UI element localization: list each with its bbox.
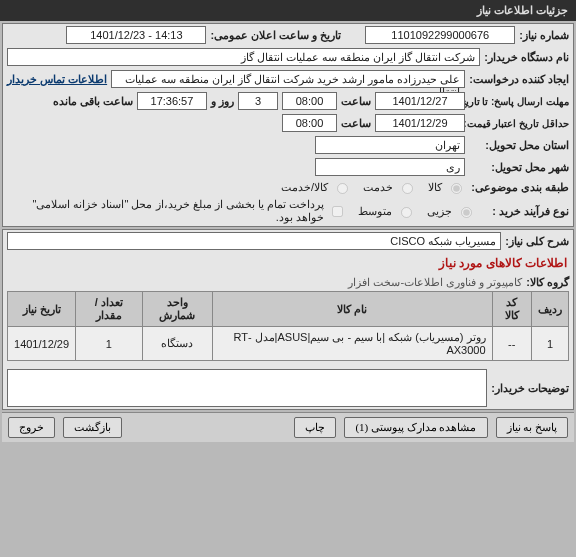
need-no-label: شماره نیاز: [519, 29, 569, 42]
td-code: -- [492, 327, 531, 361]
td-name: روتر (مسیریاب) شبکه |با سیم - بی سیم|ASU… [213, 327, 492, 361]
buyer-note-box [7, 369, 487, 407]
price-time: 08:00 [282, 114, 337, 132]
province-label: استان محل تحویل: [469, 139, 569, 152]
org-value: شرکت انتقال گاز ایران منطقه سه عملیات ان… [7, 48, 480, 66]
back-button[interactable]: بازگشت [63, 417, 122, 438]
group-value: کامپیوتر و فناوری اطلاعات-سخت افزار [348, 276, 522, 289]
creator-label: ایجاد کننده درخواست: [469, 73, 569, 86]
radio-goods-label: کالا [428, 181, 442, 194]
days-value: 3 [238, 92, 278, 110]
price-valid-label: حداقل تاریخ اعتبار قیمت: تا تاریخ: [469, 118, 569, 129]
need-no-value: 1101092299000676 [365, 26, 515, 44]
remaining-time: 17:36:57 [137, 92, 207, 110]
checkbox-treasury[interactable] [332, 206, 343, 217]
radio-mid[interactable] [401, 207, 412, 218]
time-label-2: ساعت [341, 117, 371, 130]
th-date: تاریخ نیاز [8, 292, 76, 327]
checkbox-note: پرداخت تمام یا بخشی از مبلغ خرید،از محل … [15, 198, 324, 224]
radio-goods[interactable] [451, 183, 462, 194]
creator-value: علی حیدرزاده مامور ارشد خرید شرکت انتقال… [111, 70, 465, 88]
city-value: ری [315, 158, 465, 176]
attachments-button[interactable]: مشاهده مدارک پیوستی (1) [344, 417, 487, 438]
window-title: جزئیات اطلاعات نیاز [477, 4, 568, 16]
reply-button[interactable]: پاسخ به نیاز [496, 417, 569, 438]
province-value: تهران [315, 136, 465, 154]
desc-value: مسیریاب شبکه CISCO [7, 232, 501, 250]
radio-both[interactable] [337, 183, 348, 194]
th-code: کد کالا [492, 292, 531, 327]
buyer-note-label: توضیحات خریدار: [491, 382, 569, 395]
print-button[interactable]: چاپ [294, 417, 336, 438]
td-qty: 1 [76, 327, 143, 361]
bottom-bar: پاسخ به نیاز مشاهده مدارک پیوستی (1) چاپ… [2, 412, 574, 442]
reply-date: 1401/12/27 [375, 92, 465, 110]
radio-low[interactable] [461, 207, 472, 218]
contact-link[interactable]: اطلاعات تماس خریدار [7, 73, 107, 86]
table-header-row: ردیف کد کالا نام کالا واحد شمارش تعداد /… [8, 292, 569, 327]
td-idx: 1 [532, 327, 569, 361]
radio-mid-label: متوسط [358, 205, 392, 218]
remaining-label: ساعت باقی مانده [53, 95, 133, 108]
price-date: 1401/12/29 [375, 114, 465, 132]
radio-both-label: کالا/خدمت [281, 181, 328, 194]
radio-low-label: جزیی [427, 205, 452, 218]
reply-time: 08:00 [282, 92, 337, 110]
desc-label: شرح کلی نیاز: [505, 235, 569, 248]
td-date: 1401/12/29 [8, 327, 76, 361]
table-row[interactable]: 1 -- روتر (مسیریاب) شبکه |با سیم - بی سی… [8, 327, 569, 361]
radio-service-label: خدمت [363, 181, 393, 194]
day-label: روز و [211, 95, 234, 108]
th-unit: واحد شمارش [142, 292, 212, 327]
announce-value: 1401/12/23 - 14:13 [66, 26, 206, 44]
group-label: گروه کالا: [526, 276, 569, 289]
th-idx: ردیف [532, 292, 569, 327]
buy-type-label: نوع فرآیند خرید : [479, 205, 569, 218]
city-label: شهر محل تحویل: [469, 161, 569, 174]
th-name: نام کالا [213, 292, 492, 327]
announce-label: تاریخ و ساعت اعلان عمومی: [210, 29, 341, 42]
exit-button[interactable]: خروج [8, 417, 55, 438]
info-panel: شماره نیاز: 1101092299000676 تاریخ و ساع… [2, 23, 574, 227]
time-label-1: ساعت [341, 95, 371, 108]
description-panel: شرح کلی نیاز: مسیریاب شبکه CISCO اطلاعات… [2, 229, 574, 410]
items-section-title: اطلاعات کالاهای مورد نیاز [3, 252, 573, 274]
window-titlebar: جزئیات اطلاعات نیاز [0, 0, 576, 21]
items-table: ردیف کد کالا نام کالا واحد شمارش تعداد /… [7, 291, 569, 361]
reply-deadline-label: مهلت ارسال پاسخ: تا تاریخ: [469, 96, 569, 107]
td-unit: دستگاه [142, 327, 212, 361]
category-label: طبقه بندی موضوعی: [469, 181, 569, 194]
org-label: نام دستگاه خریدار: [484, 51, 569, 64]
th-qty: تعداد / مقدار [76, 292, 143, 327]
radio-service[interactable] [402, 183, 413, 194]
